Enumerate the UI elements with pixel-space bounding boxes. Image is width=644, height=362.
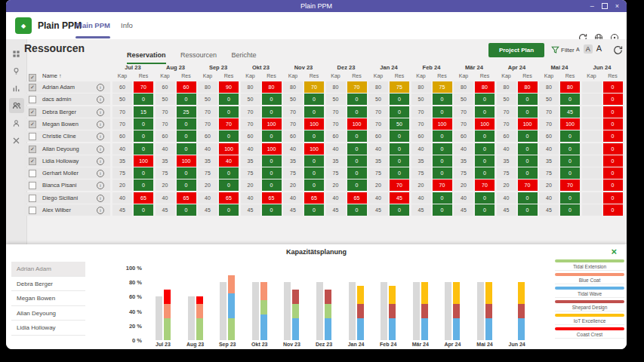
res-cell[interactable]: 0 xyxy=(475,143,495,155)
row-checkbox[interactable] xyxy=(29,207,36,214)
project-plan-button[interactable]: Project Plan xyxy=(488,43,544,57)
res-cell[interactable]: 0 xyxy=(304,155,324,167)
res-cell[interactable]: 0 xyxy=(262,204,282,216)
res-cell[interactable]: 0 xyxy=(603,167,623,179)
res-cell[interactable]: 70 xyxy=(433,179,452,191)
res-cell[interactable]: 0 xyxy=(560,130,580,142)
person-list-item[interactable]: Adrian Adam xyxy=(11,262,85,277)
person-list-item[interactable]: Allan Deyoung xyxy=(11,306,85,321)
minimize-button[interactable]: – xyxy=(590,0,594,12)
res-cell[interactable]: 45 xyxy=(390,192,409,204)
res-cell[interactable]: 0 xyxy=(347,94,367,105)
person-list-item[interactable]: Lidia Holloway xyxy=(11,321,85,336)
people-icon[interactable] xyxy=(9,98,24,113)
res-cell[interactable]: 0 xyxy=(177,204,196,216)
res-cell[interactable]: 100 xyxy=(134,155,153,167)
tab-ressourcen[interactable]: Ressourcen xyxy=(180,51,217,63)
dashboard-icon[interactable] xyxy=(9,46,24,61)
res-cell[interactable]: 65 xyxy=(262,192,282,204)
row-checkbox[interactable] xyxy=(29,133,36,140)
res-cell[interactable]: 0 xyxy=(347,143,367,155)
res-cell[interactable]: 0 xyxy=(560,94,580,105)
row-checkbox[interactable]: ✓ xyxy=(29,109,36,116)
row-checkbox[interactable] xyxy=(29,182,36,189)
res-cell[interactable]: 0 xyxy=(433,143,452,155)
res-cell[interactable]: 0 xyxy=(219,179,239,191)
font-medium-button[interactable]: A xyxy=(584,44,593,54)
res-cell[interactable]: 0 xyxy=(304,179,324,191)
info-icon[interactable]: i xyxy=(97,84,104,91)
maximize-button[interactable] xyxy=(602,3,608,9)
info-icon[interactable]: i xyxy=(97,207,104,214)
res-cell[interactable]: 90 xyxy=(219,81,239,93)
res-cell[interactable]: 0 xyxy=(262,179,282,191)
res-cell[interactable]: 0 xyxy=(433,204,452,216)
res-cell[interactable]: 0 xyxy=(219,204,239,216)
row-checkbox[interactable] xyxy=(29,170,36,177)
tab-reservation[interactable]: Reservation xyxy=(127,51,166,64)
res-cell[interactable]: 0 xyxy=(433,192,452,204)
res-cell[interactable]: 0 xyxy=(347,204,367,216)
table-refresh-button[interactable] xyxy=(613,45,623,55)
res-cell[interactable]: 80 xyxy=(560,81,580,93)
res-cell[interactable]: 0 xyxy=(347,179,367,191)
info-icon[interactable]: i xyxy=(97,170,104,177)
res-cell[interactable]: 0 xyxy=(518,106,538,118)
res-cell[interactable]: 0 xyxy=(560,204,580,216)
res-cell[interactable]: 25 xyxy=(177,106,196,118)
res-cell[interactable]: 75 xyxy=(433,81,452,93)
res-cell[interactable]: 0 xyxy=(518,167,538,179)
res-cell[interactable]: 0 xyxy=(347,106,367,118)
res-cell[interactable]: 100 xyxy=(219,143,239,155)
name-column-header[interactable]: Name ↑ xyxy=(42,72,62,79)
row-checkbox[interactable] xyxy=(29,96,36,103)
row-checkbox[interactable]: ✓ xyxy=(29,158,36,165)
res-cell[interactable]: 0 xyxy=(262,94,282,105)
res-cell[interactable]: 70 xyxy=(390,179,409,191)
res-cell[interactable]: 0 xyxy=(177,167,196,179)
row-checkbox[interactable] xyxy=(29,195,36,202)
res-cell[interactable]: 0 xyxy=(433,94,452,105)
res-cell[interactable]: 0 xyxy=(433,130,452,142)
res-cell[interactable]: 70 xyxy=(475,179,495,191)
res-cell[interactable]: 0 xyxy=(219,94,239,105)
res-cell[interactable]: 0 xyxy=(475,94,495,105)
res-cell[interactable]: 100 xyxy=(433,118,452,130)
res-cell[interactable]: 0 xyxy=(177,179,196,191)
res-cell[interactable]: 65 xyxy=(177,192,196,204)
res-cell[interactable]: 0 xyxy=(134,94,153,105)
person-list-item[interactable]: Debra Berger xyxy=(11,277,85,292)
res-cell[interactable]: 70 xyxy=(219,118,239,130)
res-cell[interactable]: 0 xyxy=(603,143,623,155)
res-cell[interactable]: 70 xyxy=(304,81,324,93)
res-cell[interactable]: 0 xyxy=(134,118,153,130)
info-icon[interactable]: i xyxy=(97,195,104,202)
res-cell[interactable]: 0 xyxy=(475,106,495,118)
res-cell[interactable]: 100 xyxy=(262,118,282,130)
res-cell[interactable]: 0 xyxy=(347,130,367,142)
close-button[interactable]: × xyxy=(615,0,619,12)
res-cell[interactable]: 0 xyxy=(518,94,538,105)
res-cell[interactable]: 100 xyxy=(560,118,580,130)
res-cell[interactable]: 0 xyxy=(475,204,495,216)
res-cell[interactable]: 50 xyxy=(390,118,409,130)
res-cell[interactable]: 0 xyxy=(304,130,324,142)
res-cell[interactable]: 0 xyxy=(304,204,324,216)
res-cell[interactable]: 0 xyxy=(134,143,153,155)
res-cell[interactable]: 0 xyxy=(390,143,409,155)
res-cell[interactable]: 100 xyxy=(304,118,324,130)
res-cell[interactable]: 100 xyxy=(262,143,282,155)
res-cell[interactable]: 65 xyxy=(134,192,153,204)
tools-icon[interactable] xyxy=(9,133,24,148)
res-cell[interactable]: 0 xyxy=(134,179,153,191)
res-cell[interactable]: 0 xyxy=(603,130,623,142)
res-cell[interactable]: 0 xyxy=(390,167,409,179)
res-cell[interactable]: 0 xyxy=(134,130,153,142)
res-cell[interactable]: 0 xyxy=(262,167,282,179)
res-cell[interactable]: 60 xyxy=(177,81,196,93)
res-cell[interactable]: 40 xyxy=(219,155,239,167)
res-cell[interactable]: 0 xyxy=(603,192,623,204)
res-cell[interactable]: 0 xyxy=(134,204,153,216)
res-cell[interactable]: 100 xyxy=(518,118,538,130)
tab-info[interactable]: Info xyxy=(121,12,133,39)
